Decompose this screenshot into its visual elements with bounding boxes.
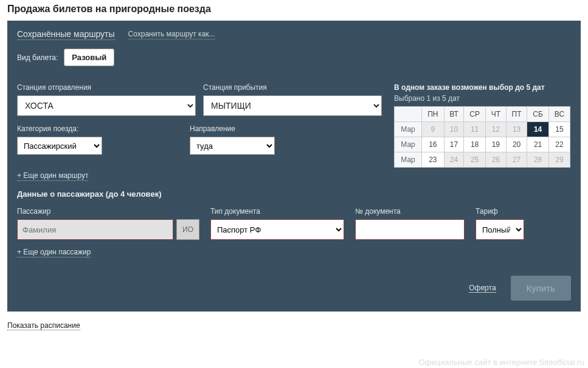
show-schedule-link[interactable]: Показать расписание	[7, 321, 80, 330]
oferta-link[interactable]: Оферта	[469, 284, 496, 293]
surname-input[interactable]	[17, 219, 173, 240]
calendar-weekday: СР	[464, 107, 486, 122]
to-station-label: Станция прибытия	[203, 83, 382, 92]
calendar-weekday: ВТ	[444, 107, 464, 122]
buy-button[interactable]: Купить	[511, 276, 571, 301]
calendar-day[interactable]: 14	[527, 122, 548, 137]
calendar-day[interactable]: 23	[422, 152, 444, 168]
train-category-select[interactable]: Пассажирский	[17, 137, 102, 155]
calendar-weekday: ВС	[548, 107, 570, 122]
doc-type-select[interactable]: Паспорт РФ	[210, 219, 344, 240]
calendar-day: 11	[464, 122, 486, 137]
calendar-weekday: ПТ	[506, 107, 527, 122]
calendar-month-cell: Мар	[395, 152, 422, 168]
ticket-type-button[interactable]: Разовый	[64, 49, 114, 66]
calendar-day[interactable]: 20	[506, 137, 527, 152]
add-route-link[interactable]: + Еще один маршрут	[17, 171, 88, 181]
page-title: Продажа билетов на пригородные поезда	[0, 0, 588, 21]
calendar-weekday: СБ	[527, 107, 548, 122]
from-station-select[interactable]: ХОСТА	[17, 95, 196, 116]
ticket-type-label: Вид билета:	[17, 53, 58, 62]
calendar-month-cell: Мар	[395, 137, 422, 152]
calendar-day: 29	[548, 152, 570, 168]
calendar-day: 24	[444, 152, 464, 168]
tariff-select[interactable]: Полный	[476, 219, 524, 240]
to-station-select[interactable]: МЫТИЩИ	[203, 95, 382, 116]
add-passenger-link[interactable]: + Еще один пассажир	[17, 248, 91, 257]
calendar-selected-count: Выбрано 1 из 5 дат	[394, 94, 570, 103]
calendar-day: 27	[506, 152, 527, 168]
initials-button[interactable]: ИО	[176, 219, 199, 240]
calendar-day: 25	[464, 152, 486, 168]
calendar-weekday: ЧТ	[485, 107, 506, 122]
calendar-info: В одном заказе возможен выбор до 5 дат	[394, 83, 570, 92]
train-category-label: Категория поезда:	[17, 124, 102, 133]
direction-label: Направление	[190, 124, 275, 133]
calendar-day: 26	[485, 152, 506, 168]
booking-panel: Сохранённые маршруты Сохранить маршрут к…	[7, 21, 581, 312]
calendar-day[interactable]: 15	[548, 122, 570, 137]
saved-routes-link[interactable]: Сохранённые маршруты	[17, 29, 115, 40]
calendar-day: 12	[485, 122, 506, 137]
calendar-day[interactable]: 22	[548, 137, 570, 152]
doc-type-label: Тип документа	[210, 207, 344, 216]
tariff-label: Тариф	[476, 207, 524, 216]
doc-number-label: № документа	[355, 207, 465, 216]
calendar-day: 9	[422, 122, 444, 137]
calendar-day: 13	[506, 122, 527, 137]
calendar-day[interactable]: 19	[485, 137, 506, 152]
passenger-label: Пассажир	[17, 207, 199, 216]
doc-number-input[interactable]	[355, 219, 465, 240]
calendar-day[interactable]: 21	[527, 137, 548, 152]
calendar-month-cell: Мар	[395, 122, 422, 137]
calendar-day: 28	[527, 152, 548, 168]
calendar-day[interactable]: 18	[464, 137, 486, 152]
calendar-day[interactable]: 16	[422, 137, 444, 152]
passengers-title: Данные о пассажирах (до 4 человек)	[17, 189, 571, 199]
calendar-weekday: ПН	[422, 107, 444, 122]
calendar-day: 10	[444, 122, 464, 137]
direction-select[interactable]: туда	[190, 137, 275, 155]
from-station-label: Станция отправления	[17, 83, 196, 92]
save-route-as-link[interactable]: Сохранить маршрут как...	[128, 30, 215, 39]
calendar-day[interactable]: 17	[444, 137, 464, 152]
calendar: ПНВТСРЧТПТСБВС Мар9101112131415Мар161718…	[394, 106, 570, 168]
